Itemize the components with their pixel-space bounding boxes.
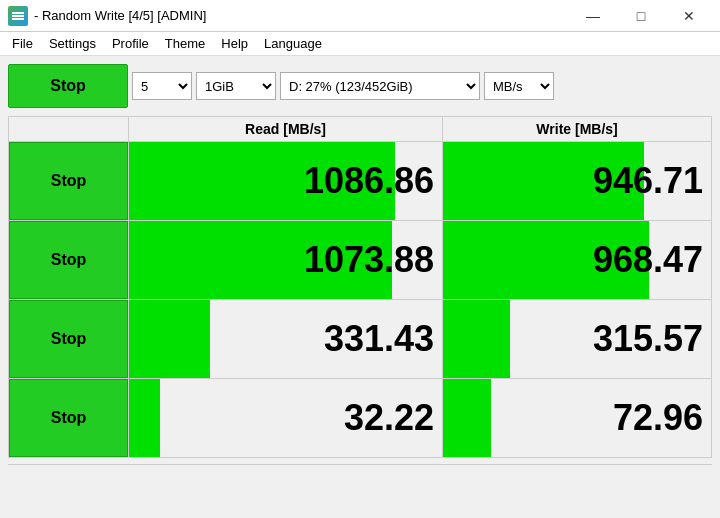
col-write: Write [MB/s] [443, 117, 712, 142]
close-button[interactable]: ✕ [666, 0, 712, 32]
benchmark-table: Read [MB/s] Write [MB/s] Stop1086.86946.… [8, 116, 712, 458]
read-value-0: 1086.86 [129, 142, 442, 220]
window-controls: — □ ✕ [570, 0, 712, 32]
write-value-1: 968.47 [443, 221, 711, 299]
svg-rect-2 [12, 12, 24, 14]
read-cell-1: 1073.88 [129, 221, 443, 300]
svg-rect-0 [12, 15, 24, 17]
table-row: Stop1073.88968.47 [9, 221, 712, 300]
menu-theme[interactable]: Theme [157, 34, 213, 53]
stop-cell-0: Stop [9, 142, 129, 221]
maximize-button[interactable]: □ [618, 0, 664, 32]
menu-settings[interactable]: Settings [41, 34, 104, 53]
write-cell-1: 968.47 [443, 221, 712, 300]
size-select[interactable]: 1GiB [196, 72, 276, 100]
write-value-3: 72.96 [443, 379, 711, 457]
menu-file[interactable]: File [4, 34, 41, 53]
drive-select[interactable]: D: 27% (123/452GiB) [280, 72, 480, 100]
stop-button-1[interactable]: Stop [9, 221, 128, 299]
threads-select[interactable]: 5 [132, 72, 192, 100]
menubar: File Settings Profile Theme Help Languag… [0, 32, 720, 56]
unit-select[interactable]: MB/s [484, 72, 554, 100]
write-value-2: 315.57 [443, 300, 711, 378]
table-row: Stop331.43315.57 [9, 300, 712, 379]
controls-row: Stop 5 1GiB D: 27% (123/452GiB) MB/s [8, 64, 712, 108]
titlebar: - Random Write [4/5] [ADMIN] — □ ✕ [0, 0, 720, 32]
write-cell-0: 946.71 [443, 142, 712, 221]
stop-button-main[interactable]: Stop [8, 64, 128, 108]
read-cell-3: 32.22 [129, 379, 443, 458]
stop-button-2[interactable]: Stop [9, 300, 128, 378]
write-cell-2: 315.57 [443, 300, 712, 379]
write-value-0: 946.71 [443, 142, 711, 220]
read-cell-2: 331.43 [129, 300, 443, 379]
stop-button-0[interactable]: Stop [9, 142, 128, 220]
stop-cell-3: Stop [9, 379, 129, 458]
table-row: Stop1086.86946.71 [9, 142, 712, 221]
window-title: - Random Write [4/5] [ADMIN] [34, 8, 570, 23]
app-icon [8, 6, 28, 26]
menu-help[interactable]: Help [213, 34, 256, 53]
read-cell-0: 1086.86 [129, 142, 443, 221]
main-area: Stop 5 1GiB D: 27% (123/452GiB) MB/s Rea… [0, 56, 720, 500]
col-read: Read [MB/s] [129, 117, 443, 142]
read-value-2: 331.43 [129, 300, 442, 378]
status-bar [8, 464, 712, 492]
table-row: Stop32.2272.96 [9, 379, 712, 458]
minimize-button[interactable]: — [570, 0, 616, 32]
menu-language[interactable]: Language [256, 34, 330, 53]
col-stop [9, 117, 129, 142]
write-cell-3: 72.96 [443, 379, 712, 458]
stop-cell-2: Stop [9, 300, 129, 379]
svg-rect-1 [12, 18, 24, 20]
read-value-1: 1073.88 [129, 221, 442, 299]
stop-cell-1: Stop [9, 221, 129, 300]
menu-profile[interactable]: Profile [104, 34, 157, 53]
read-value-3: 32.22 [129, 379, 442, 457]
stop-button-3[interactable]: Stop [9, 379, 128, 457]
